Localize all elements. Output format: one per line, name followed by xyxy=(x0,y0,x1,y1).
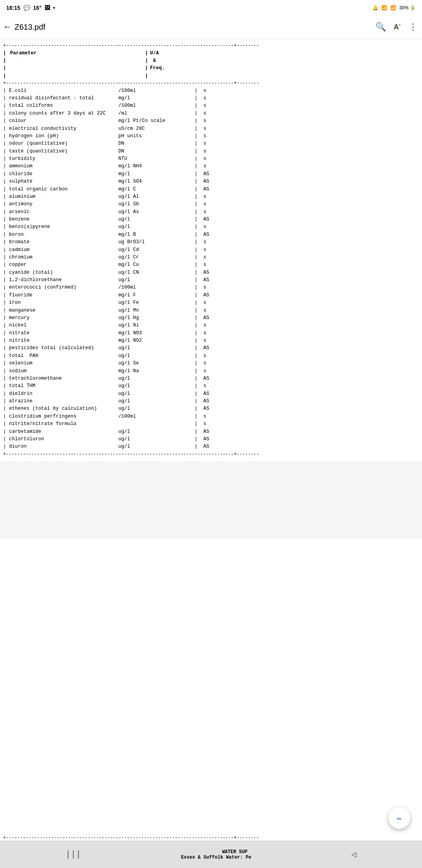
header-empty xyxy=(10,57,143,65)
table-row: | chlortoluronug/l | AS xyxy=(3,436,419,443)
row-param: nitrate xyxy=(9,330,118,337)
header-empty-2 xyxy=(10,65,143,72)
more-options-icon[interactable]: ⋮ xyxy=(409,22,417,32)
row-freq: AS xyxy=(204,405,209,412)
table-row: | total coliforms/100ml | s xyxy=(3,102,419,109)
row-param: nitrite xyxy=(9,337,118,344)
back-button[interactable]: ← xyxy=(5,22,10,32)
time-display: 18:15 xyxy=(6,5,20,11)
row-param: atrazine xyxy=(9,398,118,405)
row-pipe: | xyxy=(3,398,9,405)
table-row: | total THMug/l | s xyxy=(3,382,419,390)
row-unit: mg/l xyxy=(118,170,189,178)
table-row: | ammoniummg/l NH4 | s xyxy=(3,163,419,170)
row-unit: mg/l SO4 xyxy=(118,178,189,185)
table-row: | nitrite/nitrate formula | s xyxy=(3,420,419,428)
row-freq: AS xyxy=(204,231,209,239)
row-sep: | xyxy=(189,322,204,329)
app-bar-actions: 🔍 A+ ⋮ xyxy=(376,22,417,32)
row-sep: | xyxy=(189,436,204,443)
row-freq: s xyxy=(204,223,207,231)
row-unit: ug/l xyxy=(118,382,189,390)
row-sep: | xyxy=(189,368,204,375)
temperature-display: 16° xyxy=(33,5,41,11)
row-param: clostridium perfringens xyxy=(9,413,118,420)
row-pipe: | xyxy=(3,261,9,269)
row-unit: ug/l xyxy=(118,398,189,405)
row-unit: ug/l Se xyxy=(118,360,189,367)
row-pipe: | xyxy=(3,299,9,307)
row-unit: ug/l xyxy=(118,436,189,443)
row-unit: mg/l xyxy=(118,95,189,102)
row-param: chlortoluron xyxy=(9,436,118,443)
row-unit: ug/l xyxy=(118,276,189,284)
row-sep: | xyxy=(189,87,204,95)
row-param: sodium xyxy=(9,368,118,375)
row-pipe: | xyxy=(3,420,9,428)
row-unit: ug/l Cd xyxy=(118,246,189,254)
row-sep: | xyxy=(189,95,204,102)
row-unit: ug/l xyxy=(118,390,189,398)
table-row: | cadmiumug/l Cd | s xyxy=(3,246,419,254)
table-row: | tetrachloromethaneug/l | AS xyxy=(3,375,419,382)
row-freq: s xyxy=(204,246,207,254)
row-param: ammonium xyxy=(9,163,118,170)
row-sep: | xyxy=(189,428,204,436)
row-pipe: | xyxy=(3,193,9,201)
search-icon[interactable]: 🔍 xyxy=(376,22,386,32)
row-pipe: | xyxy=(3,330,9,337)
table-row: | hydrogen ion (pH)pH units | s xyxy=(3,133,419,140)
row-unit: ug/l CN xyxy=(118,269,189,276)
header-sep-4: | xyxy=(143,72,150,80)
font-icon[interactable]: A+ xyxy=(394,23,401,32)
dot-indicator: • xyxy=(53,5,55,11)
table-row: | 1,2-dichloroethaneug/l | AS xyxy=(3,276,419,284)
image-icon: 🖼 xyxy=(45,5,50,11)
row-sep: | xyxy=(189,254,204,261)
row-pipe: | xyxy=(3,102,9,109)
header-row-4: | | xyxy=(3,72,419,80)
row-pipe: | xyxy=(3,276,9,284)
row-param: turbidity xyxy=(9,155,118,163)
row-pipe: | xyxy=(3,269,9,276)
row-unit: ug/l Fe xyxy=(118,299,189,307)
row-freq: s xyxy=(204,420,207,428)
table-row: | seleniumug/l Se | s xyxy=(3,360,419,367)
row-freq: s xyxy=(204,155,207,163)
header-empty-3 xyxy=(10,72,143,80)
row-unit: ug/l xyxy=(118,352,189,360)
row-pipe: | xyxy=(3,155,9,163)
row-param: benzo(a)pyrene xyxy=(9,223,118,231)
header-pipe-3: | xyxy=(3,65,10,72)
row-pipe: | xyxy=(3,352,9,360)
row-pipe: | xyxy=(3,307,9,314)
table-row: | nickelug/l Ni | s xyxy=(3,322,419,329)
row-sep: | xyxy=(189,125,204,133)
content-area: +---------------------------------------… xyxy=(0,39,422,461)
table-container: +---------------------------------------… xyxy=(0,42,422,458)
row-freq: AS xyxy=(204,216,209,223)
row-unit: ug/l xyxy=(118,428,189,436)
table-row: | fluoridemg/l F | AS xyxy=(3,292,419,299)
row-param: total organic carbon xyxy=(9,186,118,193)
app-bar: ← Z613.pdf 🔍 A+ ⋮ xyxy=(0,16,422,39)
row-freq: s xyxy=(204,299,207,307)
row-sep: | xyxy=(189,148,204,155)
row-sep: | xyxy=(189,223,204,231)
row-freq: AS xyxy=(204,344,209,352)
row-unit: ug/l Al xyxy=(118,193,189,201)
row-sep: | xyxy=(189,193,204,201)
row-sep: | xyxy=(189,292,204,299)
table-row: | chromiumug/l Cr | s xyxy=(3,254,419,261)
table-row: | manganeseug/l Mn | s xyxy=(3,307,419,314)
header-sep: | xyxy=(143,50,150,57)
row-param: colony counts after 3 days at 22C xyxy=(9,110,118,117)
table-row: | antimonyug/l Sb | s xyxy=(3,201,419,208)
table-row: | diuronug/l | AS xyxy=(3,443,419,450)
header-dashed-line: +---------------------------------------… xyxy=(3,80,419,87)
table-row: | mercuryug/l Hg | AS xyxy=(3,314,419,322)
row-param: residual disinfectant - total xyxy=(9,95,118,102)
row-pipe: | xyxy=(3,201,9,208)
table-row: | nitratemg/l NO3 | s xyxy=(3,330,419,337)
row-sep: | xyxy=(189,330,204,337)
